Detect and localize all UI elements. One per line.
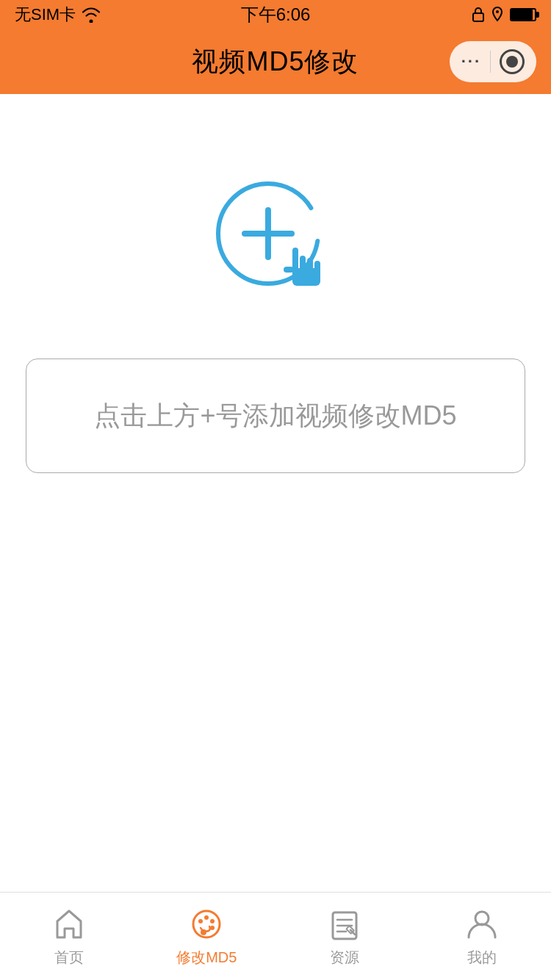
svg-point-23 bbox=[475, 912, 489, 925]
divider bbox=[490, 51, 491, 73]
svg-point-1 bbox=[496, 10, 499, 13]
svg-point-14 bbox=[204, 915, 209, 920]
instruction-text: 点击上方+号添加视频修改MD5 bbox=[94, 396, 456, 436]
record-icon bbox=[500, 49, 525, 74]
main-content: 点击上方+号添加视频修改MD5 bbox=[0, 94, 551, 892]
add-circle-icon bbox=[202, 167, 349, 314]
mine-tab-icon bbox=[463, 905, 501, 943]
page-title: 视频MD5修改 bbox=[192, 44, 359, 80]
tab-home[interactable]: 首页 bbox=[0, 905, 138, 968]
dots-icon: ··· bbox=[461, 52, 481, 71]
status-right bbox=[472, 7, 536, 23]
svg-rect-9 bbox=[292, 248, 298, 264]
tab-mine[interactable]: 我的 bbox=[414, 905, 552, 968]
tab-resources-label: 资源 bbox=[330, 948, 359, 968]
svg-rect-0 bbox=[473, 13, 483, 21]
status-bar: 无SIM卡 下午6:06 bbox=[0, 0, 551, 29]
wifi-icon bbox=[82, 7, 101, 23]
header-actions: ··· bbox=[450, 41, 536, 82]
lock-icon bbox=[472, 7, 485, 23]
home-tab-icon bbox=[50, 905, 88, 943]
instruction-box: 点击上方+号添加视频修改MD5 bbox=[26, 359, 525, 473]
tab-home-label: 首页 bbox=[54, 948, 84, 968]
status-time: 下午6:06 bbox=[241, 3, 311, 26]
app-header: 视频MD5修改 ··· bbox=[0, 29, 551, 94]
svg-point-13 bbox=[198, 919, 203, 923]
svg-point-17 bbox=[201, 929, 206, 935]
svg-rect-11 bbox=[284, 267, 294, 273]
record-dot bbox=[506, 56, 518, 68]
battery-icon bbox=[510, 8, 536, 21]
add-video-button[interactable] bbox=[202, 167, 349, 314]
tab-mine-label: 我的 bbox=[467, 948, 497, 968]
tab-edit-md5-label: 修改MD5 bbox=[176, 948, 237, 968]
header-more-button[interactable]: ··· bbox=[450, 41, 536, 82]
tab-bar: 首页 修改MD5 bbox=[0, 892, 551, 980]
status-left: 无SIM卡 bbox=[15, 4, 101, 26]
svg-point-12 bbox=[193, 911, 220, 937]
edit-md5-tab-icon bbox=[187, 905, 226, 943]
resources-tab-icon bbox=[325, 905, 364, 943]
svg-rect-10 bbox=[292, 268, 320, 286]
location-icon bbox=[491, 7, 504, 23]
tab-resources[interactable]: 资源 bbox=[276, 905, 414, 968]
sim-text: 无SIM卡 bbox=[15, 4, 76, 26]
svg-point-15 bbox=[210, 919, 215, 923]
tab-edit-md5[interactable]: 修改MD5 bbox=[138, 905, 276, 968]
